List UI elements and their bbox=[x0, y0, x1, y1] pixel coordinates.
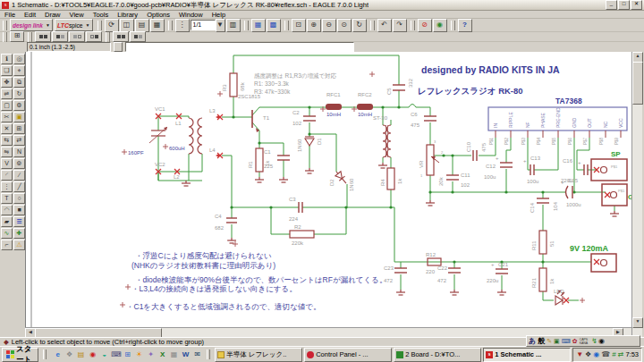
quicklaunch-icon[interactable]: ⊞ bbox=[123, 349, 132, 359]
toolbar-handle[interactable] bbox=[97, 21, 102, 30]
designlink-combobox[interactable]: design link ▼ bbox=[10, 19, 53, 31]
sheet-dropdown-button[interactable]: ▼ bbox=[216, 19, 225, 32]
vertical-scroll-thumb[interactable] bbox=[632, 62, 643, 105]
zoom-in-button[interactable]: ⊕ bbox=[307, 19, 321, 32]
tool-smash-button[interactable]: ⊚ bbox=[13, 158, 25, 169]
quicklaunch-icon[interactable]: ⌨ bbox=[111, 349, 121, 359]
component-r4[interactable]: R4 1k bbox=[380, 168, 402, 189]
component-c5[interactable]: C5 332 bbox=[386, 78, 413, 95]
component-r21[interactable]: R21 1k bbox=[531, 268, 555, 291]
quicklaunch-word-icon[interactable]: W bbox=[181, 349, 191, 359]
component-rfc1[interactable]: RFC1 10mH bbox=[326, 92, 342, 117]
tool-bus-button[interactable]: ☰ bbox=[13, 216, 25, 227]
ime-conversion-mode[interactable]: 般 bbox=[538, 336, 545, 346]
tool-move-button[interactable]: ✥ bbox=[1, 77, 13, 88]
taskbar-window-folder[interactable]: 半導体 レフレック.. bbox=[215, 348, 302, 362]
redraw-button[interactable]: ↻ bbox=[352, 19, 367, 32]
toolbar-handle[interactable] bbox=[28, 32, 32, 42]
component-c6[interactable]: C6 475 bbox=[411, 112, 436, 128]
start-button[interactable]: スタート bbox=[2, 348, 38, 362]
menu-draw[interactable]: Draw bbox=[40, 11, 65, 19]
tool-rect-button[interactable]: ■ bbox=[13, 205, 25, 215]
taskbar-window-control-panel[interactable]: Control Panel - ... bbox=[304, 348, 392, 362]
tool-junction-button[interactable]: ✚ bbox=[13, 228, 25, 239]
quicklaunch-icon[interactable]: ▦ bbox=[169, 349, 179, 359]
sheet-combobox[interactable]: 1/1 bbox=[191, 20, 216, 30]
tool-arc-button[interactable]: ◠ bbox=[1, 205, 13, 215]
tool-miter-button[interactable]: ◜ bbox=[1, 170, 13, 181]
command-input[interactable] bbox=[125, 42, 354, 52]
ime-pen-icon[interactable]: ✎ bbox=[547, 338, 552, 345]
stop-button[interactable]: ⊘ bbox=[418, 19, 432, 32]
tray-icon[interactable]: ⇄ bbox=[618, 350, 624, 358]
tray-icon[interactable]: ❖ bbox=[585, 350, 591, 358]
scroll-down-button[interactable]: ▼ bbox=[632, 317, 643, 328]
toolbar-handle[interactable] bbox=[244, 21, 249, 30]
tool-paste-button[interactable]: ▣ bbox=[13, 112, 25, 122]
tool-split-button[interactable]: ∕ bbox=[13, 170, 25, 181]
quicklaunch-icon[interactable]: ✉ bbox=[192, 349, 202, 359]
connector-battery[interactable]: 9V 120mA bbox=[570, 244, 616, 272]
tray-extra-icons[interactable]: ↯ ◉ bbox=[591, 337, 605, 345]
tool-change-button[interactable]: ⚙ bbox=[13, 100, 25, 111]
quicklaunch-ie-icon[interactable]: e bbox=[53, 349, 63, 359]
tool-cut-button[interactable]: ✂ bbox=[1, 112, 13, 122]
redo-button[interactable]: ↷ bbox=[393, 19, 407, 32]
tool-display-button[interactable]: ❏ bbox=[1, 65, 13, 76]
component-r12[interactable]: R12 220 bbox=[426, 252, 441, 274]
grid-alt-button[interactable]: ▩ bbox=[267, 19, 281, 32]
tool-group-button[interactable]: ▢ bbox=[1, 100, 13, 111]
layer-preset-button[interactable] bbox=[130, 31, 146, 42]
zoom-fit-button[interactable]: ⊡ bbox=[292, 19, 306, 32]
ime-toolbar[interactable]: あ 般 ✎ ▣ ⌨ ✿ CAPS KANA ↯ ◉ bbox=[526, 335, 640, 347]
schematic-drawing[interactable]: designed by RADIO KITS IN JA レフレックスラジオ R… bbox=[26, 52, 632, 327]
tray-icon[interactable]: ▼ bbox=[576, 350, 583, 358]
tool-info-button[interactable]: ℹ bbox=[1, 54, 13, 64]
ime-tools-icon[interactable]: ✿ bbox=[572, 338, 578, 345]
tool-label-button[interactable]: ⌐ bbox=[1, 240, 13, 250]
component-st30[interactable]: ST-30 bbox=[373, 115, 391, 157]
menu-file[interactable]: File bbox=[0, 11, 20, 19]
sensitivity-note[interactable]: 感度調整は R1,R3の増減で対応 R1: 330~3.3k R3: 47k~3… bbox=[254, 72, 337, 95]
layer-preset-button[interactable] bbox=[52, 31, 68, 42]
taskbar-window-schematic[interactable]: S 1 Schematic ... bbox=[483, 348, 571, 362]
layer-preset-button[interactable] bbox=[113, 31, 129, 42]
menu-help[interactable]: Help bbox=[208, 11, 230, 19]
open-button[interactable]: ⟳ bbox=[105, 19, 119, 32]
help-button[interactable]: ? bbox=[458, 19, 472, 32]
ime-keyboard-icon[interactable]: ⌨ bbox=[562, 338, 571, 345]
zoom-out-button[interactable]: ⊖ bbox=[322, 19, 336, 32]
tool-polygon-button[interactable]: ▰ bbox=[1, 216, 13, 227]
component-c23[interactable]: C23 472 bbox=[384, 265, 407, 283]
component-l4-tap[interactable]: L4 bbox=[209, 147, 219, 157]
component-c21[interactable]: + C21 220u bbox=[487, 262, 509, 283]
layer-preset-button[interactable] bbox=[69, 31, 85, 42]
power-status-icon[interactable]: ↯ bbox=[591, 337, 597, 345]
use-library-button[interactable]: ▥ bbox=[226, 19, 241, 32]
grid-button[interactable]: ▦ bbox=[251, 19, 266, 32]
toolbar-handle[interactable] bbox=[284, 21, 289, 30]
component-c22[interactable]: C22 472 bbox=[437, 265, 461, 283]
ime-input-mode[interactable]: あ bbox=[529, 336, 536, 346]
toolbar-handle[interactable] bbox=[451, 21, 455, 30]
toolbar-handle[interactable] bbox=[3, 21, 7, 30]
component-r2[interactable]: R2 220k bbox=[290, 224, 314, 246]
undo-button[interactable]: ↶ bbox=[377, 19, 392, 32]
component-rfc2[interactable]: RFC2 10mH bbox=[357, 92, 373, 117]
menu-tools[interactable]: Tools bbox=[89, 11, 114, 19]
tool-copy-button[interactable]: ⧉ bbox=[13, 77, 25, 88]
title-bar[interactable]: S 1 Schematic - D:¥TOOL5¥EAGLE-7.0.0¥goo… bbox=[0, 0, 644, 11]
quicklaunch-firefox-icon[interactable]: ☀ bbox=[134, 349, 144, 359]
tool-value-button[interactable]: V bbox=[1, 158, 13, 169]
connector-sp[interactable]: P$1 SP bbox=[591, 150, 627, 181]
tool-add-button[interactable]: ⊞ bbox=[13, 123, 25, 134]
tool-delete-button[interactable]: ✕ bbox=[1, 123, 13, 134]
tool-mark-button[interactable]: ⌖ bbox=[13, 65, 25, 76]
tool-erc-button[interactable]: ⚠ bbox=[13, 240, 25, 250]
tool-net-button[interactable]: ∿ bbox=[1, 228, 13, 239]
tool-circle-button[interactable]: ○ bbox=[13, 193, 25, 204]
go-button[interactable]: ◉ bbox=[433, 19, 447, 32]
tool-pinswap-button[interactable]: ⇆ bbox=[1, 135, 13, 146]
schematic-canvas[interactable]: designed by RADIO KITS IN JA レフレックスラジオ R… bbox=[25, 52, 631, 327]
print-button[interactable]: ▤ bbox=[135, 19, 149, 32]
